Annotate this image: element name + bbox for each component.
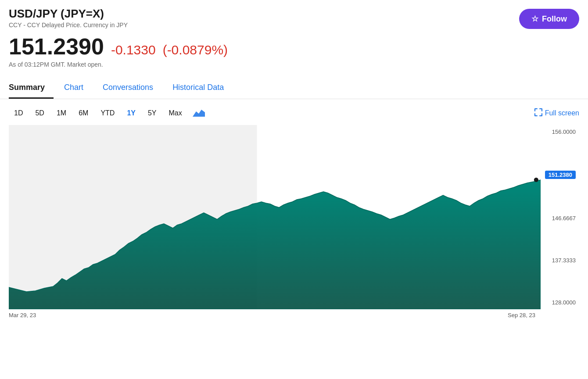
- price-change: -0.1330: [111, 43, 156, 57]
- tab-conversations[interactable]: Conversations: [103, 79, 162, 99]
- follow-button[interactable]: ☆ Follow: [519, 9, 579, 29]
- header-section: USD/JPY (JPY=X) CCY - CCY Delayed Price.…: [0, 0, 588, 32]
- time-btn-5d[interactable]: 5D: [30, 107, 49, 120]
- current-price-badge: 151.2380: [545, 171, 576, 179]
- chart-plot: [9, 125, 541, 309]
- price-main: 151.2390 -0.1330 (-0.0879%): [9, 34, 579, 59]
- tabs: Summary Chart Conversations Historical D…: [9, 79, 579, 99]
- tab-historical[interactable]: Historical Data: [172, 79, 233, 99]
- x-label-right: Sep 28, 23: [508, 312, 535, 318]
- y-label-bottom: 128.0000: [542, 299, 576, 306]
- y-label-mid: 137.3333: [542, 257, 576, 264]
- fullscreen-button[interactable]: Full screen: [534, 108, 579, 118]
- time-btn-1d[interactable]: 1D: [9, 107, 28, 120]
- time-btn-5y[interactable]: 5Y: [143, 107, 162, 120]
- y-label-top: 156.0000: [542, 129, 576, 135]
- fullscreen-icon: [534, 108, 542, 118]
- tab-summary[interactable]: Summary: [9, 79, 54, 99]
- tab-chart[interactable]: Chart: [64, 79, 92, 99]
- title-area: USD/JPY (JPY=X) CCY - CCY Delayed Price.…: [9, 7, 128, 29]
- x-label-left: Mar 29, 23: [9, 312, 36, 318]
- ticker-subtitle: CCY - CCY Delayed Price. Currency in JPY: [9, 21, 128, 29]
- price-timestamp: As of 03:12PM GMT. Market open.: [9, 61, 579, 68]
- x-axis-labels: Mar 29, 23 Sep 28, 23: [0, 309, 588, 318]
- y-label-mid-high: 146.6667: [542, 215, 576, 222]
- time-btn-1y[interactable]: 1Y: [122, 107, 141, 120]
- time-btn-ytd[interactable]: YTD: [95, 107, 120, 120]
- svg-marker-0: [193, 110, 205, 117]
- chart-svg: [9, 125, 541, 309]
- chart-type-icon[interactable]: [189, 105, 208, 121]
- tabs-section: Summary Chart Conversations Historical D…: [0, 75, 588, 99]
- price-change-pct: (-0.0879%): [163, 43, 228, 57]
- star-icon: ☆: [531, 14, 538, 24]
- fullscreen-label: Full screen: [545, 109, 579, 117]
- chart-controls: 1D 5D 1M 6M YTD 1Y 5Y Max Full screen: [0, 99, 588, 125]
- ticker-title: USD/JPY (JPY=X): [9, 7, 128, 21]
- time-btn-6m[interactable]: 6M: [73, 107, 93, 120]
- price-section: 151.2390 -0.1330 (-0.0879%) As of 03:12P…: [0, 32, 588, 72]
- svg-point-2: [534, 178, 538, 182]
- current-price: 151.2390: [9, 34, 104, 59]
- time-btn-max[interactable]: Max: [164, 107, 187, 120]
- time-buttons: 1D 5D 1M 6M YTD 1Y 5Y Max: [9, 105, 208, 121]
- time-btn-1m[interactable]: 1M: [51, 107, 72, 120]
- follow-label: Follow: [542, 14, 567, 24]
- chart-wrapper: 156.0000 151.2380 146.6667 137.3333 128.…: [9, 125, 579, 309]
- chart-y-axis: 156.0000 151.2380 146.6667 137.3333 128.…: [541, 125, 579, 309]
